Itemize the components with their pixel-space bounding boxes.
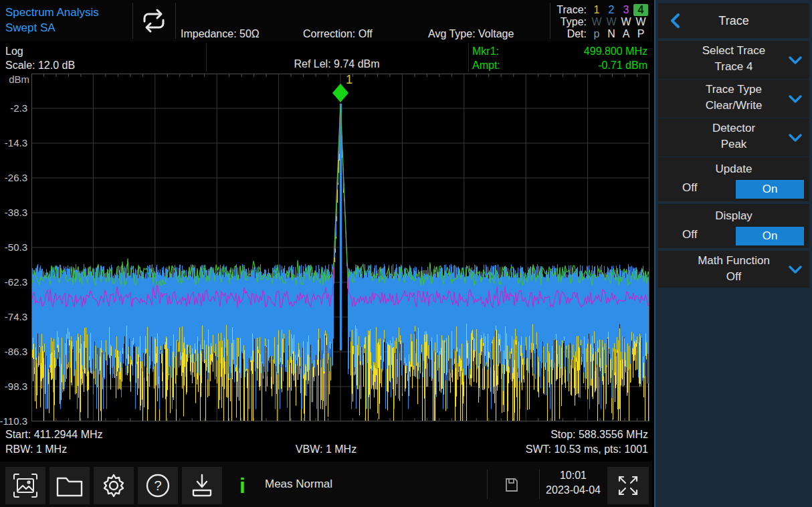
marker-readout: Mkr1: 499.800 MHz Ampt: -0.71 dBm bbox=[472, 44, 647, 72]
amplitude-scale-label: Log Scale: 12.0 dB bbox=[5, 44, 75, 72]
screenshot-button[interactable] bbox=[5, 467, 45, 504]
y-tick-label: -38.3 bbox=[5, 207, 27, 218]
display-off-option[interactable]: Off bbox=[682, 228, 697, 241]
folder-icon bbox=[55, 472, 84, 499]
spectrum-analyzer-screen: Spectrum Analysis Swept SA Impedance: 50… bbox=[0, 0, 812, 507]
detector-value: Peak bbox=[658, 136, 809, 153]
bandwidth-annotation-row: RBW: 1 MHz VBW: 1 MHz SWT: 10.53 ms, pts… bbox=[0, 443, 652, 458]
det-row-label: Det: bbox=[549, 28, 587, 40]
y-tick-label: -14.3 bbox=[5, 137, 27, 148]
trace-1-indicator[interactable]: 1 bbox=[589, 4, 604, 16]
ref-level-label: Ref Lel: 9.74 dBm bbox=[207, 58, 466, 70]
file-manager-button[interactable] bbox=[49, 467, 90, 504]
spectrum-plot-svg: 1 bbox=[31, 74, 649, 421]
panel-title: Trace bbox=[718, 14, 748, 27]
select-trace-label: Select Trace bbox=[658, 43, 809, 59]
trace-1-detector: p bbox=[589, 28, 604, 40]
trace-type-row: Type: W W W W bbox=[549, 16, 648, 28]
trace-4-indicator-selected[interactable]: 4 bbox=[633, 4, 648, 16]
display-header: Log Scale: 12.0 dB Ref Lel: 9.74 dBm Mkr… bbox=[0, 41, 652, 74]
y-tick-label: -26.3 bbox=[5, 172, 27, 183]
update-on-option[interactable]: On bbox=[736, 180, 804, 199]
y-tick-label: -74.3 bbox=[5, 311, 27, 322]
y-axis-tick-labels: -2.3-14.3-26.3-38.3-50.3-62.3-74.3-86.3-… bbox=[0, 74, 29, 427]
trace-1-type: W bbox=[589, 16, 604, 28]
display-label: Display bbox=[658, 204, 809, 224]
math-function-button[interactable]: Math Function Off bbox=[658, 251, 809, 288]
trace-3-detector: A bbox=[619, 28, 633, 40]
fullscreen-arrows-icon bbox=[615, 472, 641, 499]
panel-header-back[interactable]: Trace bbox=[658, 3, 809, 38]
log-label: Log bbox=[5, 44, 75, 58]
update-toggle: Off On bbox=[658, 180, 809, 199]
date-display: 2023-04-04 bbox=[540, 483, 606, 498]
app-title-line2: Swept SA bbox=[5, 20, 99, 35]
chevron-down-icon bbox=[788, 94, 803, 104]
marker-amplitude: -0.71 dBm bbox=[598, 58, 647, 72]
detector-label: Detector bbox=[658, 120, 809, 136]
back-icon bbox=[669, 13, 681, 29]
continuous-sweep-button[interactable] bbox=[134, 0, 174, 41]
update-off-option[interactable]: Off bbox=[682, 181, 697, 195]
swt-annotation: SWT: 10.53 ms, pts: 1001 bbox=[526, 443, 648, 455]
start-frequency: Start: 411.2944 MHz bbox=[5, 429, 103, 441]
separator bbox=[175, 3, 176, 39]
time-display: 10:01 bbox=[540, 468, 606, 483]
frequency-annotation-row: Start: 411.2944 MHz Stop: 588.3556 MHz bbox=[0, 429, 652, 443]
math-function-label: Math Function bbox=[658, 253, 809, 269]
svg-text:?: ? bbox=[154, 478, 161, 493]
spectrum-plot[interactable]: 1 bbox=[31, 74, 649, 421]
screenshot-icon bbox=[11, 472, 39, 500]
display-toggle-group: Display Off On bbox=[658, 204, 809, 248]
correction-status: Correction: Off bbox=[303, 28, 373, 40]
trace-4-type: W bbox=[633, 16, 648, 28]
separator bbox=[487, 470, 488, 499]
y-tick-label: -98.3 bbox=[5, 381, 27, 392]
chevron-down-icon bbox=[788, 55, 803, 66]
top-status-bar: Spectrum Analysis Swept SA Impedance: 50… bbox=[0, 0, 652, 41]
y-tick-label: -2.3 bbox=[10, 102, 27, 114]
floppy-icon bbox=[503, 476, 520, 494]
select-trace-button[interactable]: Select Trace Trace 4 bbox=[658, 41, 809, 79]
trace-2-indicator[interactable]: 2 bbox=[604, 4, 619, 16]
help-icon: ? bbox=[143, 471, 173, 500]
math-function-value: Off bbox=[658, 269, 809, 285]
display-toggle: Off On bbox=[658, 227, 809, 245]
save-state-indicator bbox=[503, 476, 520, 494]
clock-display: 10:01 2023-04-04 bbox=[540, 468, 606, 498]
measurement-status: Meas Normal bbox=[265, 462, 332, 507]
help-button[interactable]: ? bbox=[138, 467, 178, 504]
fullscreen-button[interactable] bbox=[607, 467, 649, 504]
separator bbox=[132, 3, 133, 39]
stop-frequency: Stop: 588.3556 MHz bbox=[550, 429, 648, 441]
trace-menu-panel: Trace Select Trace Trace 4 Trace Type Cl… bbox=[654, 0, 812, 507]
chevron-down-icon bbox=[788, 132, 803, 143]
separator bbox=[539, 470, 540, 499]
trace-3-type: W bbox=[619, 16, 633, 28]
app-title: Spectrum Analysis Swept SA bbox=[5, 5, 99, 35]
y-tick-label: -110.3 bbox=[0, 415, 27, 427]
trace-number-row: Trace: 1 2 3 4 bbox=[549, 4, 648, 16]
separator bbox=[206, 43, 207, 72]
marker-1-diamond[interactable] bbox=[332, 84, 348, 102]
trace-detector-row: Det: p N A P bbox=[549, 28, 648, 40]
trace-2-detector: N bbox=[604, 28, 619, 40]
marker-name: Mkr1: bbox=[472, 44, 499, 58]
display-on-option[interactable]: On bbox=[736, 227, 804, 245]
trace-2-type: W bbox=[604, 16, 619, 28]
trace-type-button[interactable]: Trace Type Clear/Write bbox=[658, 80, 809, 118]
trace-status-table: Trace: 1 2 3 4 Type: W W W W Det: p N A … bbox=[549, 4, 648, 40]
chevron-down-icon bbox=[788, 264, 803, 275]
detector-button[interactable]: Detector Peak bbox=[658, 118, 809, 157]
settings-button[interactable] bbox=[94, 467, 134, 504]
trace-4-detector: P bbox=[633, 28, 648, 40]
system-toolbar: ? i Meas Normal 10:01 2023-04-04 bbox=[0, 462, 652, 507]
marker-1-label: 1 bbox=[346, 74, 352, 86]
update-label: Update bbox=[658, 157, 809, 177]
scale-label: Scale: 12.0 dB bbox=[5, 58, 75, 72]
trace-3-indicator[interactable]: 3 bbox=[619, 4, 633, 16]
info-icon: i bbox=[239, 471, 245, 500]
save-button[interactable] bbox=[182, 467, 222, 504]
trace-type-value: Clear/Write bbox=[658, 98, 809, 114]
marker-frequency: 499.800 MHz bbox=[584, 44, 647, 58]
